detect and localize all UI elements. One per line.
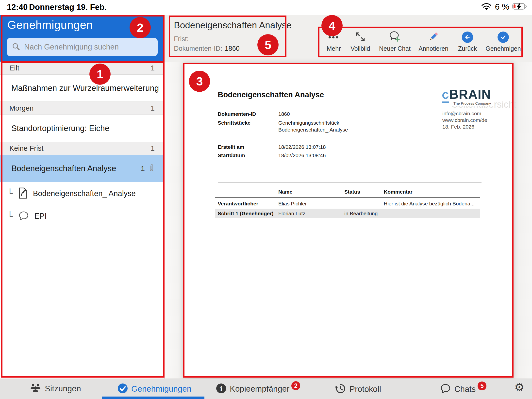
svg-text:i: i <box>220 385 222 393</box>
pdf-icon <box>18 187 28 200</box>
list-item-title: Maßnahmen zur Wurzelraumerweiterung <box>11 83 159 93</box>
cbrain-logo: cBRAIN The Process Company <box>439 87 494 106</box>
list-item-standortoptimierung[interactable]: Standortoptimierung: Eiche <box>0 115 165 142</box>
detail-title: Bodeneigenschaften Analyse <box>174 20 291 31</box>
divider <box>218 138 482 138</box>
section-header-morgen: Morgen 1 <box>0 102 165 115</box>
fullscreen-icon <box>355 31 366 43</box>
status-date: Donnerstag 19. Feb. <box>29 2 107 12</box>
document-id-label: Dokumenten-ID: <box>174 45 222 52</box>
gear-icon[interactable]: ⚙ <box>514 382 524 393</box>
deadline-label: Frist: <box>174 35 189 43</box>
meta-value: Genehmigungsschriftstück <box>278 120 339 126</box>
tree-branch-icon: └ <box>7 211 13 221</box>
sub-item-epi[interactable]: └ EPI <box>0 205 165 228</box>
toolbar-label: Neuer Chat <box>376 45 413 52</box>
table-cell-name: Florian Lutz <box>278 211 305 216</box>
section-label: Keine Frist <box>9 144 151 152</box>
sub-item-title: EPI <box>34 212 47 221</box>
toolbar-label: Genehmigen <box>485 45 522 52</box>
annotate-button[interactable]: Annotieren <box>415 31 452 52</box>
sidebar-header: Genehmigungen <box>0 15 165 62</box>
toolbar-label: Vollbild <box>342 45 379 52</box>
info-circle-icon: i <box>216 383 226 395</box>
list-item-title: Standortoptimierung: Eiche <box>11 124 155 133</box>
divider <box>0 228 165 228</box>
table-cell-name: Elias Pichler <box>278 201 307 207</box>
search-box[interactable] <box>7 38 158 56</box>
meta-label: Erstellt am <box>218 144 244 150</box>
document-title: Bodeneigenschaften Analyse <box>218 90 324 99</box>
column-header-status: Status <box>344 189 360 195</box>
check-circle-icon <box>117 383 128 395</box>
list-item-title: Bodeneigenschaften Analyse <box>11 164 141 173</box>
search-input[interactable] <box>24 42 153 52</box>
section-count: 1 <box>151 64 155 72</box>
battery-charging-icon <box>512 2 528 11</box>
status-indicators: 6 % <box>481 2 528 12</box>
tab-label: Chats <box>454 384 476 394</box>
divider <box>218 183 482 183</box>
meta-label: Schriftstücke <box>218 120 250 126</box>
meta-value: 18/02/2026 13:08:46 <box>278 152 326 158</box>
tab-label: Protokoll <box>349 384 381 394</box>
section-header-keine-frist: Keine Frist 1 <box>0 142 165 155</box>
new-chat-icon <box>389 31 401 44</box>
chat-bubble-icon <box>18 210 29 222</box>
contact-web: www.cbrain.com/de <box>442 117 487 123</box>
wifi-icon <box>481 2 492 12</box>
tab-label: Sitzungen <box>45 384 81 393</box>
column-header-name: Name <box>278 189 292 195</box>
table-cell-status: in Bearbeitung <box>344 211 378 216</box>
tab-protokoll[interactable]: Protokoll <box>335 383 381 395</box>
divider <box>218 166 482 166</box>
meta-value: Bodeneigenschaften_ Analyse <box>278 127 348 133</box>
paperclip-icon <box>148 164 155 173</box>
sidebar-title: Genehmigungen <box>7 18 93 32</box>
active-tab-indicator <box>102 397 204 399</box>
meta-value: 18/02/2026 13:07:18 <box>278 144 326 150</box>
annotate-pencil-icon <box>428 31 439 44</box>
status-bar: 12:40 Donnerstag 19. Feb. 6 % <box>0 0 532 15</box>
list-item-massnahmen[interactable]: Maßnahmen zur Wurzelraumerweiterung <box>0 75 165 102</box>
approve-button[interactable]: Genehmigen <box>485 31 522 52</box>
table-row-label: Verantwortlicher <box>218 201 258 207</box>
list-item-bodeneigenschaften[interactable]: Bodeneigenschaften Analyse 1 <box>0 155 165 182</box>
chats-badge: 5 <box>478 382 486 390</box>
status-time: 12:40 <box>7 2 28 12</box>
meta-label: Startdatum <box>218 152 245 158</box>
tab-genehmigungen[interactable]: Genehmigungen <box>117 383 191 395</box>
toolbar-label: Annotieren <box>415 45 452 52</box>
tab-kopieempfaenger[interactable]: i Kopieempfänger 2 <box>216 383 300 395</box>
search-icon <box>12 42 20 52</box>
table-cell-comment: Hier ist die Analyse bezüglich Bodena... <box>384 201 475 207</box>
back-icon <box>462 32 473 43</box>
document-preview: Seitenübersicht cBRAIN The Process Compa… <box>183 63 514 378</box>
contact-block: info@cbrain.com www.cbrain.com/de 18. Fe… <box>442 110 487 130</box>
tab-chats[interactable]: Chats 5 <box>440 383 486 395</box>
logo-brain: BRAIN <box>449 87 491 101</box>
battery-percent: 6 % <box>495 2 509 12</box>
section-label: Eilt <box>9 64 151 72</box>
approve-check-icon <box>498 32 509 43</box>
attachment-count: 1 <box>141 164 145 173</box>
contact-date: 18. Feb. 2026 <box>442 123 487 130</box>
tab-sitzungen[interactable]: Sitzungen <box>30 383 81 394</box>
new-chat-button[interactable]: Neuer Chat <box>376 31 413 52</box>
column-header-comment: Kommentar <box>384 189 413 195</box>
chat-icon <box>440 383 451 395</box>
section-count: 1 <box>151 144 155 152</box>
tab-label: Kopieempfänger <box>230 384 289 394</box>
sub-item-document[interactable]: └ Bodeneigenschaften_ Analyse <box>0 182 165 205</box>
document-id-row: Dokumenten-ID:1860 <box>174 45 240 52</box>
tree-branch-icon: └ <box>7 189 13 199</box>
contact-email: info@cbrain.com <box>442 110 487 117</box>
history-icon <box>335 383 346 395</box>
fullscreen-button[interactable]: Vollbild <box>342 31 379 52</box>
section-header-eilt: Eilt 1 <box>0 62 165 75</box>
document-id-value: 1860 <box>225 45 240 52</box>
meta-value: 1860 <box>278 111 290 117</box>
back-button[interactable]: Zurück <box>449 31 486 52</box>
meta-label: Dokumenten-ID <box>218 111 256 117</box>
copy-recipients-badge: 2 <box>291 381 300 390</box>
